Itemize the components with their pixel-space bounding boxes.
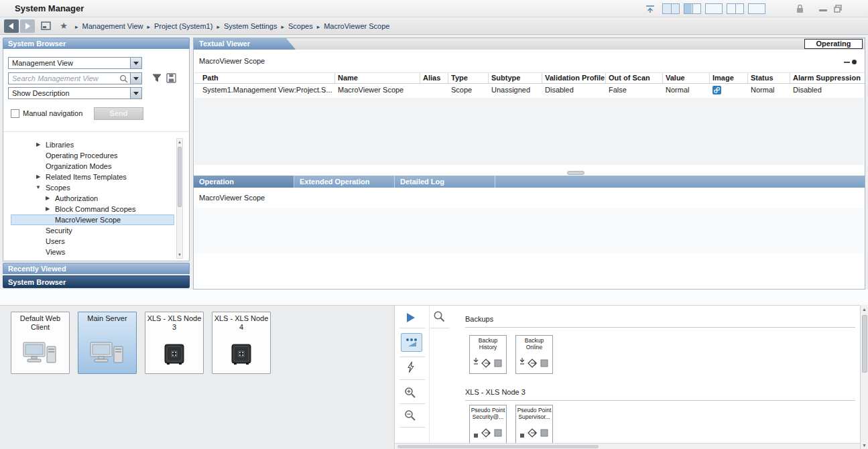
layout-split-pane-icon[interactable] — [727, 3, 744, 14]
tab-textual-viewer[interactable]: Textual Viewer — [194, 38, 296, 50]
link-icon[interactable] — [712, 86, 721, 94]
column-header-path[interactable]: Path — [194, 73, 335, 83]
breadcrumb-item-management-view[interactable]: Management View — [82, 22, 143, 30]
expander-collapsed-icon[interactable] — [44, 193, 51, 204]
tree-item-scopes[interactable]: Scopes — [11, 182, 174, 193]
search-related-icon[interactable] — [433, 310, 445, 324]
system-browser-footer-tab[interactable]: System Browser — [3, 275, 190, 288]
tree-item-views[interactable]: Views — [11, 247, 174, 257]
column-header-status[interactable]: Status — [748, 73, 790, 83]
column-header-type[interactable]: Type — [448, 73, 489, 83]
column-header-image[interactable]: Image — [710, 73, 748, 83]
tab-detailed-log[interactable]: Detailed Log — [395, 176, 495, 188]
column-header-out-of-scan[interactable]: Out of Scan — [606, 73, 663, 83]
history-window-icon[interactable] — [39, 19, 54, 33]
search-input[interactable] — [9, 73, 119, 84]
related-card-backup-history[interactable]: Backup History — [469, 335, 507, 374]
breadcrumb-item-system-settings[interactable]: System Settings — [224, 22, 277, 30]
layout-single-pane-icon[interactable] — [705, 3, 723, 14]
splitter-dot-icon[interactable] — [852, 60, 857, 64]
minimize-icon[interactable] — [819, 9, 827, 11]
description-mode-select[interactable]: Show Description — [8, 87, 142, 99]
expander-collapsed-icon[interactable] — [44, 204, 51, 214]
layout-left-pane-icon[interactable] — [684, 3, 701, 14]
scroll-up-icon[interactable]: ▲ — [177, 140, 182, 144]
expander-collapsed-icon[interactable] — [35, 172, 42, 182]
related-card-backup-online[interactable]: Backup Online — [515, 335, 553, 374]
app-title: System Manager — [15, 0, 84, 17]
chevron-down-icon[interactable] — [130, 73, 141, 84]
expander-collapsed-icon[interactable] — [35, 139, 42, 150]
chevron-down-icon[interactable] — [130, 88, 141, 99]
scrollbar-thumb[interactable] — [178, 147, 182, 207]
tree-item-authorization[interactable]: Authorization — [11, 193, 174, 204]
related-panel-hscrollbar[interactable] — [395, 443, 860, 449]
filter-icon[interactable] — [152, 74, 162, 84]
breadcrumb: Management View Project (System1) System… — [75, 17, 393, 35]
pane-grip-handle[interactable] — [567, 171, 584, 175]
scrollbar-thumb[interactable] — [397, 445, 599, 448]
expander-expanded-icon[interactable] — [35, 182, 42, 193]
tree-scrollbar[interactable]: ▲ ▼ — [176, 138, 183, 259]
tab-extended-operation[interactable]: Extended Operation — [294, 176, 395, 188]
machine-card-main-server[interactable]: Main Server — [78, 312, 137, 374]
scroll-down-icon[interactable]: ▼ — [861, 443, 868, 448]
layout-full-pane-icon[interactable] — [748, 3, 765, 14]
scroll-up-icon[interactable]: ▲ — [861, 307, 868, 312]
related-card-pseudo-point-security[interactable]: Pseudo Point Security@... — [469, 405, 507, 444]
dock-top-icon[interactable] — [645, 5, 656, 15]
tree-item-label: MacroViewer Scope — [55, 214, 121, 225]
splitter-handle[interactable] — [844, 62, 850, 63]
lock-icon[interactable] — [796, 4, 804, 15]
tree-item-organization-modes[interactable]: Organization Modes — [11, 161, 174, 172]
forward-button[interactable] — [20, 19, 35, 33]
related-card-pseudo-point-supervisor[interactable]: Pseudo Point Supervisor... — [515, 405, 553, 444]
divider — [3, 131, 189, 132]
tree-item-related-items-templates[interactable]: Related Items Templates — [11, 172, 174, 182]
tree-item-label: Views — [46, 247, 65, 257]
tree-item-libraries[interactable]: Libraries — [11, 139, 174, 150]
tab-operation[interactable]: Operation — [194, 176, 294, 188]
column-header-name[interactable]: Name — [335, 73, 420, 83]
back-button[interactable] — [4, 19, 19, 33]
tree-item-block-command-scopes[interactable]: Block Command Scopes — [11, 204, 174, 214]
operating-mode-button[interactable]: Operating — [804, 39, 863, 49]
column-header-subtype[interactable]: Subtype — [489, 73, 542, 83]
column-header-validation-profile[interactable]: Validation Profile — [542, 73, 606, 83]
machine-card-default-web-client[interactable]: Default Web Client — [11, 312, 70, 374]
column-header-alias[interactable]: Alias — [420, 73, 448, 83]
breadcrumb-item-scopes[interactable]: Scopes — [288, 22, 313, 30]
tree-item-security[interactable]: Security — [11, 225, 174, 236]
chevron-down-icon[interactable] — [130, 58, 141, 68]
manual-navigation-checkbox[interactable] — [11, 109, 19, 118]
breadcrumb-item-macroviewer-scope[interactable]: MacroViewer Scope — [324, 22, 389, 30]
column-header-value[interactable]: Value — [663, 73, 710, 83]
scroll-down-icon[interactable]: ▼ — [177, 253, 182, 257]
related-items-mode-button[interactable] — [401, 333, 422, 352]
send-button[interactable]: Send — [94, 107, 143, 120]
breadcrumb-item-project[interactable]: Project (System1) — [154, 22, 212, 30]
tree-item-operating-procedures[interactable]: Operating Procedures — [11, 150, 174, 161]
save-icon[interactable] — [166, 73, 176, 84]
recently-viewed-header[interactable]: Recently Viewed — [3, 263, 190, 274]
machine-card-xls-node-4[interactable]: XLS - XLS Node 4 — [212, 312, 271, 374]
machine-label: XLS - XLS Node 3 — [145, 312, 203, 332]
system-browser-header[interactable]: System Browser — [3, 38, 190, 49]
table-row[interactable]: System1.Management View:Project.S... Mac… — [194, 84, 865, 96]
zoom-out-icon[interactable] — [404, 409, 416, 423]
related-panel-scrollbar[interactable]: ▲ ▼ — [860, 306, 868, 449]
zoom-in-icon[interactable] — [404, 387, 416, 400]
play-icon[interactable] — [407, 313, 415, 322]
tree-item-macroviewer-scope-selected[interactable]: MacroViewer Scope — [11, 214, 174, 225]
view-mode-select[interactable]: Management View — [8, 57, 142, 69]
lightning-icon[interactable] — [406, 361, 415, 375]
restore-icon[interactable] — [834, 5, 843, 14]
machine-card-xls-node-3[interactable]: XLS - XLS Node 3 — [145, 312, 204, 374]
tree-item-users[interactable]: Users — [11, 236, 174, 247]
search-icon[interactable] — [119, 73, 130, 84]
scrollbar-thumb[interactable] — [862, 315, 867, 373]
tree-item-label: Related Items Templates — [46, 172, 127, 182]
column-header-alarm-suppression[interactable]: Alarm Suppression — [790, 73, 864, 83]
layout-two-pane-icon[interactable] — [662, 3, 680, 14]
favorite-star-icon[interactable] — [56, 19, 71, 33]
